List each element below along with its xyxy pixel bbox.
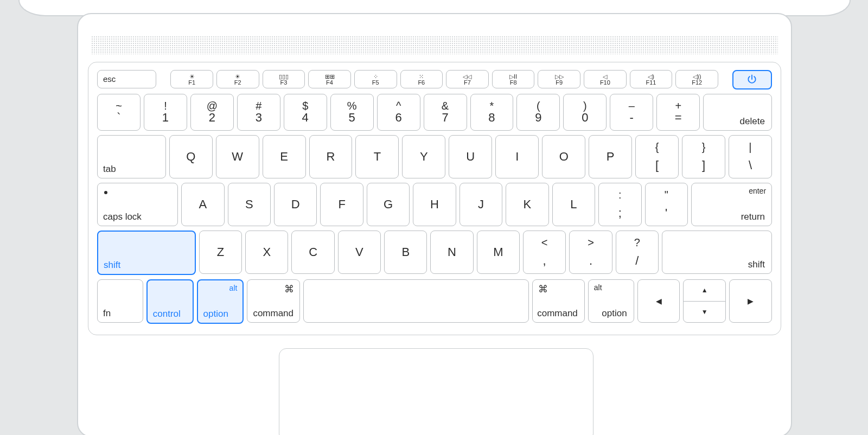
- modifier-row: fn control altoption ⌘command ⌘command a…: [97, 279, 772, 324]
- keyboard-well: esc ☀F1 ☀F2 ▯▯▯F3 ⊞⊞F4 ⁘F5 ⁙F6 ◁◁F7 ▷IIF…: [88, 62, 781, 335]
- key-left-command[interactable]: ⌘command: [247, 279, 299, 323]
- arrow-left-icon: ◀: [638, 297, 680, 305]
- key-right-option[interactable]: altoption: [588, 279, 634, 323]
- function-row: esc ☀F1 ☀F2 ▯▯▯F3 ⊞⊞F4 ⁘F5 ⁙F6 ◁◁F7 ▷IIF…: [97, 70, 772, 89]
- speaker-grille: [91, 36, 778, 54]
- key-comma[interactable]: <,: [523, 231, 566, 274]
- key-quote[interactable]: "': [645, 183, 688, 226]
- key-f9[interactable]: ▷▷F9: [538, 70, 580, 88]
- key-h[interactable]: H: [413, 183, 456, 226]
- key-8[interactable]: *8: [470, 94, 514, 131]
- key-period[interactable]: >.: [569, 231, 612, 274]
- key-5[interactable]: %5: [330, 94, 374, 131]
- key-s[interactable]: S: [228, 183, 271, 226]
- key-b[interactable]: B: [384, 231, 427, 274]
- key-f8[interactable]: ▷IIF8: [492, 70, 535, 88]
- key-return[interactable]: enterreturn: [691, 183, 772, 226]
- key-space[interactable]: [303, 279, 529, 323]
- key-l[interactable]: L: [552, 183, 595, 226]
- key-a[interactable]: A: [181, 183, 224, 226]
- key-power[interactable]: [732, 70, 772, 89]
- key-f1[interactable]: ☀F1: [170, 70, 213, 88]
- key-7[interactable]: &7: [424, 94, 467, 131]
- key-0[interactable]: )0: [563, 94, 607, 131]
- key-k[interactable]: K: [506, 183, 548, 226]
- key-f2[interactable]: ☀F2: [216, 70, 259, 88]
- qwerty-row: tab Q W E R T Y U I O P {[ }] |\: [97, 135, 772, 178]
- key-w[interactable]: W: [216, 135, 259, 178]
- key-r[interactable]: R: [309, 135, 353, 178]
- arrow-down-icon: ▼: [684, 308, 725, 316]
- command-icon: ⌘: [538, 283, 548, 295]
- key-delete[interactable]: delete: [703, 94, 772, 131]
- key-backslash[interactable]: |\: [729, 135, 772, 178]
- key-esc[interactable]: esc: [97, 70, 156, 88]
- arrow-right-icon: ▶: [730, 297, 771, 305]
- key-f3[interactable]: ▯▯▯F3: [263, 70, 305, 88]
- key-6[interactable]: ^6: [377, 94, 420, 131]
- key-grave[interactable]: ~`: [97, 94, 141, 131]
- key-n[interactable]: N: [430, 231, 473, 274]
- key-2[interactable]: @2: [190, 94, 234, 131]
- key-caps-lock[interactable]: caps lock: [97, 183, 178, 226]
- key-z[interactable]: Z: [199, 231, 242, 274]
- trackpad[interactable]: [279, 348, 593, 435]
- key-f12[interactable]: ◁))F12: [675, 70, 718, 88]
- key-arrow-left[interactable]: ◀: [637, 279, 680, 323]
- caps-indicator-icon: [104, 191, 107, 194]
- key-m[interactable]: M: [477, 231, 520, 274]
- key-p[interactable]: P: [589, 135, 632, 178]
- key-f10[interactable]: ◁F10: [584, 70, 627, 88]
- key-slash[interactable]: ?/: [616, 231, 659, 274]
- key-f6[interactable]: ⁙F6: [400, 70, 443, 88]
- key-arrow-up-down[interactable]: ▲ ▼: [683, 279, 726, 323]
- key-f11[interactable]: ◁)F11: [630, 70, 673, 88]
- key-equals[interactable]: +=: [656, 94, 700, 131]
- key-9[interactable]: (9: [516, 94, 560, 131]
- key-f[interactable]: F: [320, 183, 363, 226]
- arrow-up-icon: ▲: [684, 286, 725, 294]
- key-semicolon[interactable]: :;: [598, 183, 641, 226]
- key-left-shift[interactable]: shift: [97, 231, 196, 275]
- key-o[interactable]: O: [542, 135, 585, 178]
- arrow-cluster: ◀ ▲ ▼ ▶: [637, 279, 772, 324]
- key-u[interactable]: U: [449, 135, 492, 178]
- key-f4[interactable]: ⊞⊞F4: [308, 70, 351, 88]
- key-arrow-right[interactable]: ▶: [729, 279, 772, 323]
- key-left-control[interactable]: control: [146, 279, 194, 324]
- number-row: ~` !1 @2 #3 $4 %5 ^6 &7 *8 (9 )0 –- += d…: [97, 94, 772, 131]
- key-left-option[interactable]: altoption: [197, 279, 244, 324]
- key-tab[interactable]: tab: [97, 135, 166, 178]
- key-i[interactable]: I: [495, 135, 539, 178]
- key-e[interactable]: E: [263, 135, 306, 178]
- command-icon: ⌘: [284, 283, 294, 295]
- key-4[interactable]: $4: [284, 94, 327, 131]
- key-q[interactable]: Q: [169, 135, 213, 178]
- key-3[interactable]: #3: [237, 94, 280, 131]
- key-d[interactable]: D: [274, 183, 317, 226]
- key-fn[interactable]: fn: [97, 279, 143, 323]
- key-t[interactable]: T: [355, 135, 399, 178]
- home-row: caps lock A S D F G H J K L :; "' enterr…: [97, 183, 772, 226]
- key-v[interactable]: V: [338, 231, 381, 274]
- key-f5[interactable]: ⁘F5: [354, 70, 397, 88]
- key-j[interactable]: J: [459, 183, 502, 226]
- key-right-command[interactable]: ⌘command: [532, 279, 585, 323]
- key-1[interactable]: !1: [144, 94, 187, 131]
- key-left-bracket[interactable]: {[: [635, 135, 679, 178]
- key-right-shift[interactable]: shift: [662, 231, 772, 274]
- key-minus[interactable]: –-: [610, 94, 653, 131]
- shift-row: shift Z X C V B N M <, >. ?/ shift: [97, 231, 772, 275]
- key-c[interactable]: C: [291, 231, 334, 274]
- key-esc-label: esc: [103, 74, 116, 84]
- key-right-bracket[interactable]: }]: [682, 135, 725, 178]
- power-icon: [733, 74, 771, 85]
- laptop-body: esc ☀F1 ☀F2 ▯▯▯F3 ⊞⊞F4 ⁘F5 ⁙F6 ◁◁F7 ▷IIF…: [77, 13, 792, 435]
- key-y[interactable]: Y: [402, 135, 445, 178]
- key-f7[interactable]: ◁◁F7: [446, 70, 489, 88]
- key-x[interactable]: X: [245, 231, 288, 274]
- key-g[interactable]: G: [367, 183, 410, 226]
